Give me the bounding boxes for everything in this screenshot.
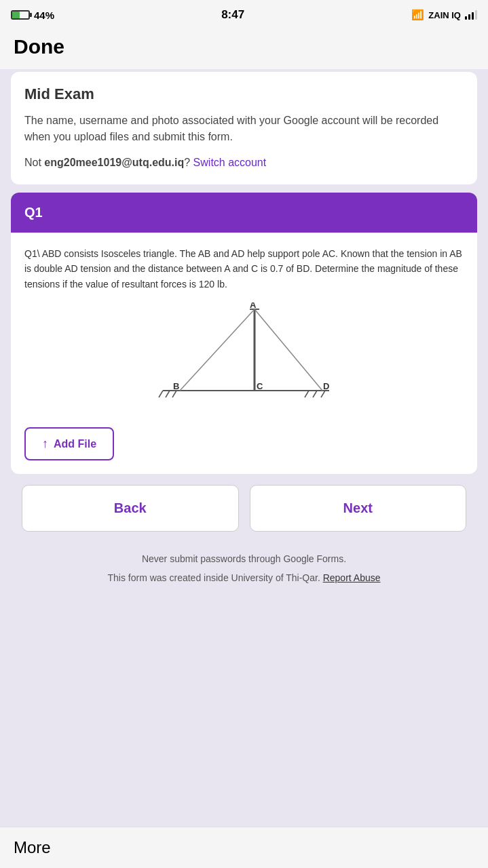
status-bar: 44% 8:47 📶 ZAIN IQ bbox=[0, 0, 488, 30]
account-info: Not eng20mee1019@utq.edu.iq? Switch acco… bbox=[24, 155, 464, 171]
status-left: 44% bbox=[11, 9, 54, 21]
svg-line-6 bbox=[321, 391, 325, 397]
add-file-button[interactable]: ↑ Add File bbox=[24, 427, 114, 460]
svg-line-3 bbox=[172, 391, 176, 397]
svg-text:D: D bbox=[323, 381, 329, 391]
status-time: 8:47 bbox=[221, 8, 244, 22]
created-text: This form was created inside University … bbox=[107, 572, 320, 583]
svg-text:A: A bbox=[250, 302, 257, 310]
svg-line-9 bbox=[180, 309, 255, 391]
svg-line-2 bbox=[166, 391, 170, 397]
question-card: Q1 Q1\ ABD consists Isosceles triangle. … bbox=[11, 193, 477, 474]
more-label[interactable]: More bbox=[14, 838, 474, 857]
navigation-buttons: Back Next bbox=[11, 482, 477, 534]
footer: Never submit passwords through Google Fo… bbox=[11, 542, 477, 594]
switch-account-link[interactable]: Switch account bbox=[193, 157, 267, 168]
svg-text:B: B bbox=[173, 381, 179, 391]
carrier-name: ZAIN IQ bbox=[428, 10, 461, 20]
account-suffix: ? bbox=[184, 157, 190, 168]
account-email: eng20mee1019@utq.edu.iq bbox=[44, 157, 184, 168]
upload-icon: ↑ bbox=[42, 437, 48, 451]
account-prefix: Not bbox=[24, 157, 44, 168]
bottom-bar: More bbox=[0, 827, 488, 868]
svg-line-5 bbox=[313, 391, 317, 397]
info-body-text: The name, username and photo associated … bbox=[24, 113, 464, 145]
status-right: 📶 ZAIN IQ bbox=[411, 9, 477, 21]
back-button[interactable]: Back bbox=[22, 485, 239, 532]
main-content: Mid Exam The name, username and photo as… bbox=[0, 69, 488, 827]
battery-icon bbox=[11, 10, 30, 20]
question-description: Q1\ ABD consists Isosceles triangle. The… bbox=[24, 246, 464, 292]
done-label: Done bbox=[14, 35, 474, 58]
exam-title: Mid Exam bbox=[24, 85, 464, 103]
diagram-container: A B C D bbox=[24, 302, 464, 411]
report-abuse-link[interactable]: Report Abuse bbox=[323, 572, 381, 583]
svg-line-4 bbox=[305, 391, 309, 397]
triangle-diagram: A B C D bbox=[149, 302, 339, 411]
svg-line-10 bbox=[255, 309, 322, 391]
battery-percentage: 44% bbox=[34, 9, 54, 21]
page-header: Done bbox=[0, 30, 488, 69]
svg-line-1 bbox=[159, 391, 163, 397]
next-button[interactable]: Next bbox=[250, 485, 467, 532]
wifi-icon: 📶 bbox=[411, 9, 424, 21]
svg-text:C: C bbox=[257, 381, 263, 391]
add-file-label: Add File bbox=[54, 438, 96, 450]
question-label: Q1 bbox=[24, 205, 43, 220]
password-warning: Never submit passwords through Google Fo… bbox=[24, 553, 464, 564]
question-body: Q1\ ABD consists Isosceles triangle. The… bbox=[11, 233, 477, 474]
question-header: Q1 bbox=[11, 193, 477, 233]
info-card: Mid Exam The name, username and photo as… bbox=[11, 72, 477, 184]
footer-created: This form was created inside University … bbox=[24, 572, 464, 583]
signal-bars-icon bbox=[465, 10, 477, 20]
